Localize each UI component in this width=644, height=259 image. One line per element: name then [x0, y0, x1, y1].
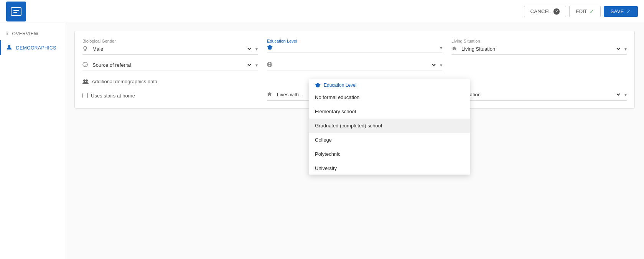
education-dropdown-label: Education Level: [324, 82, 356, 88]
education-option-college[interactable]: College: [309, 133, 470, 147]
top-bar: CANCEL ✕ EDIT ✓ SAVE ✓: [0, 0, 644, 23]
education-option-no-formal[interactable]: No formal education: [309, 90, 470, 104]
edit-button[interactable]: EDIT ✓: [569, 6, 601, 17]
uses-stairs-label: Uses stairs at home: [91, 93, 135, 99]
sidebar-item-demographics[interactable]: DEMOGRAPHICS: [0, 40, 65, 55]
education-option-polytechnic[interactable]: Polytechnic: [309, 147, 470, 161]
source-referral-row: ? Source of referral ▾: [82, 61, 258, 71]
country-arrow-icon: ▾: [440, 63, 442, 68]
content-area: Biological Gender Male Female ▾: [65, 23, 644, 259]
living-situation-label: Living Situation: [451, 39, 627, 43]
edit-check-icon: ✓: [590, 8, 594, 15]
additional-demographics-label: Additional demographics data: [92, 79, 157, 84]
education-level-dropdown: Education Level No formal education Elem…: [309, 79, 470, 175]
country-select[interactable]: [275, 61, 437, 69]
svg-point-4: [84, 46, 87, 49]
save-label: SAVE: [611, 8, 624, 14]
svg-point-3: [8, 45, 10, 47]
education-option-elementary[interactable]: Elementary school: [309, 104, 470, 119]
cancel-button[interactable]: CANCEL ✕: [524, 6, 567, 17]
education-level-field[interactable]: Education Level ▾: [267, 39, 442, 55]
accommodation-field: nodation ▾: [451, 91, 627, 101]
education-options-list: No formal education Elementary school Gr…: [309, 90, 470, 175]
living-situation-select[interactable]: Living Situation: [460, 45, 621, 53]
education-option-university[interactable]: University: [309, 161, 470, 175]
main-layout: ℹ OVERVIEW DEMOGRAPHICS Biological Gende…: [0, 23, 644, 259]
edit-label: EDIT: [576, 8, 587, 14]
living-situation-row: Living Situation ▾: [451, 45, 627, 55]
biological-gender-label: Biological Gender: [82, 39, 258, 43]
accommodation-arrow-icon: ▾: [624, 92, 627, 97]
living-icon: [451, 46, 457, 52]
demographics-icon: [6, 44, 12, 51]
uses-stairs-field: Uses stairs at home: [82, 91, 258, 101]
biological-gender-row: Male Female ▾: [82, 45, 258, 55]
app-icon: [6, 2, 26, 21]
gender-arrow-icon: ▾: [255, 46, 258, 52]
country-icon: [267, 62, 272, 68]
country-field: ▾: [267, 61, 442, 71]
sidebar-item-demographics-label: DEMOGRAPHICS: [16, 45, 56, 51]
referral-icon: ?: [82, 62, 88, 68]
sidebar: ℹ OVERVIEW DEMOGRAPHICS: [0, 23, 65, 259]
biological-gender-field: Biological Gender Male Female ▾: [82, 39, 258, 55]
top-bar-actions: CANCEL ✕ EDIT ✓ SAVE ✓: [524, 6, 638, 17]
education-level-label: Education Level: [267, 39, 442, 43]
save-check-icon: ✓: [626, 8, 631, 15]
education-option-graduated[interactable]: Graduated (completed) school: [309, 119, 470, 133]
overview-icon: ℹ: [6, 31, 8, 36]
living-arrow-icon: ▾: [624, 46, 627, 52]
uses-stairs-checkbox[interactable]: [82, 93, 88, 98]
svg-text:?: ?: [85, 63, 87, 67]
accommodation-select[interactable]: nodation: [460, 91, 621, 99]
svg-rect-0: [11, 8, 21, 15]
referral-arrow-icon: ▾: [255, 63, 258, 68]
biological-gender-select[interactable]: Male Female: [91, 45, 252, 53]
source-of-referral-select[interactable]: Source of referral: [91, 61, 252, 69]
source-of-referral-field: ? Source of referral ▾: [82, 61, 258, 71]
education-level-row: ▾: [267, 45, 442, 53]
cancel-label: CANCEL: [530, 8, 552, 14]
education-dropdown-header: Education Level: [309, 79, 470, 90]
sidebar-item-overview[interactable]: ℹ OVERVIEW: [0, 27, 65, 40]
svg-point-13: [83, 79, 86, 82]
svg-point-14: [86, 79, 88, 82]
gender-icon: [82, 46, 88, 52]
education-arrow-icon: ▾: [440, 45, 442, 51]
accommodation-row: nodation ▾: [451, 91, 627, 101]
sidebar-item-overview-label: OVERVIEW: [12, 31, 38, 36]
cancel-icon: ✕: [553, 8, 560, 15]
living-situation-field: Living Situation Living Situation ▾: [451, 39, 627, 55]
lives-with-icon: [267, 91, 272, 98]
country-row: ▾: [267, 61, 442, 71]
education-icon: [267, 45, 273, 51]
save-button[interactable]: SAVE ✓: [604, 6, 638, 17]
